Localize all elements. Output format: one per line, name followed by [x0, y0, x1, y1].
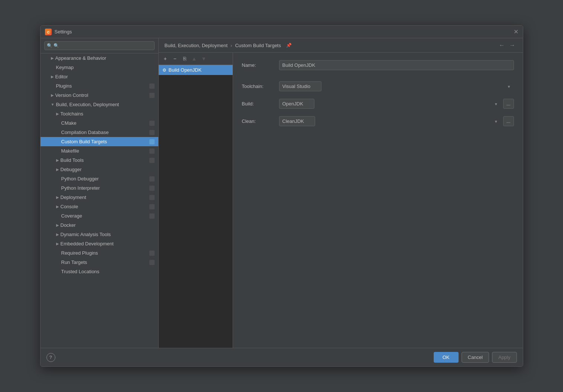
clean-select-wrapper: CleanJDK None ▼ ... — [279, 116, 514, 126]
name-label: Name: — [242, 62, 279, 68]
sidebar-item-required-plugins[interactable]: Required Plugins — [41, 248, 158, 258]
clean-control-wrapper: CleanJDK None ▼ ... — [279, 116, 514, 126]
help-button[interactable]: ? — [46, 353, 55, 362]
settings-badge — [149, 186, 155, 191]
sidebar-item-plugins[interactable]: Plugins — [41, 81, 158, 91]
chevron-down-icon: ▼ — [494, 102, 498, 106]
pin-icon: 📌 — [286, 43, 292, 48]
sidebar-item-label: Keymap — [51, 65, 155, 70]
clean-select[interactable]: CleanJDK None — [279, 116, 315, 126]
cancel-button[interactable]: Cancel — [462, 352, 489, 363]
add-target-button[interactable]: + — [161, 54, 170, 63]
sidebar-item-trusted-locations[interactable]: Trusted Locations — [41, 267, 158, 276]
sidebar-item-toolchains[interactable]: ▶ Toolchains — [41, 109, 158, 118]
build-select[interactable]: OpenJDK None — [279, 99, 314, 109]
sidebar-item-label: Python Interpreter — [56, 185, 148, 191]
sidebar-item-deployment[interactable]: ▶ Deployment — [41, 193, 158, 202]
breadcrumb: Build, Execution, Deployment › Custom Bu… — [165, 43, 292, 48]
chevron-right-icon: ▶ — [56, 167, 59, 172]
bottom-bar: ? OK Cancel Apply — [41, 348, 523, 366]
settings-badge — [149, 204, 155, 209]
sidebar-item-label: CMake — [56, 120, 148, 126]
sidebar-item-build-tools[interactable]: ▶ Build Tools — [41, 156, 158, 165]
settings-badge — [149, 148, 155, 154]
settings-badge — [149, 176, 155, 182]
move-up-button[interactable]: ▲ — [190, 54, 199, 63]
sidebar-item-label: Build Tools — [61, 157, 148, 163]
sidebar-item-embedded-dev[interactable]: ▶ Embedded Development — [41, 239, 158, 248]
sidebar-item-label: Plugins — [51, 83, 148, 89]
copy-target-button[interactable]: ⎘ — [180, 54, 189, 63]
sidebar-item-makefile[interactable]: Makefile — [41, 146, 158, 156]
target-icon: ⚙ — [162, 68, 166, 73]
settings-badge — [149, 121, 155, 126]
right-panel: Build, Execution, Deployment › Custom Bu… — [159, 38, 523, 348]
sidebar-item-label: Run Targets — [56, 259, 148, 265]
close-button[interactable]: ✕ — [514, 29, 518, 35]
sidebar-item-label: Dynamic Analysis Tools — [61, 232, 155, 237]
search-input[interactable] — [44, 41, 155, 50]
remove-target-button[interactable]: − — [171, 54, 179, 63]
sidebar-item-keymap[interactable]: Keymap — [41, 63, 158, 72]
sidebar-item-compilation-db[interactable]: Compilation Database — [41, 128, 158, 137]
chevron-right-icon: ▶ — [56, 112, 59, 116]
sidebar-item-python-interpreter[interactable]: Python Interpreter — [41, 183, 158, 193]
targets-list: ⚙ Build OpenJDK — [159, 65, 233, 348]
sidebar-item-version-control[interactable]: ▶ Version Control — [41, 91, 158, 100]
clean-ellipsis-button[interactable]: ... — [503, 116, 514, 126]
sidebar-item-label: Embedded Development — [61, 241, 155, 246]
chevron-right-icon: ▶ — [56, 195, 59, 199]
sidebar-item-label: Required Plugins — [56, 250, 148, 256]
chevron-right-icon: ▶ — [56, 158, 59, 162]
chevron-down-icon: ▼ — [51, 102, 55, 107]
build-ellipsis-button[interactable]: ... — [503, 99, 514, 109]
sidebar-item-console[interactable]: ▶ Console — [41, 202, 158, 211]
sidebar-item-dynamic-analysis[interactable]: ▶ Dynamic Analysis Tools — [41, 230, 158, 239]
sidebar: 🔍 ▶ Appearance & Behavior Keymap ▶ Edito — [41, 38, 159, 348]
sidebar-item-label: Toolchains — [61, 111, 155, 117]
sidebar-item-label: Version Control — [55, 92, 148, 98]
settings-badge — [149, 158, 155, 163]
sidebar-item-appearance[interactable]: ▶ Appearance & Behavior — [41, 53, 158, 63]
apply-button[interactable]: Apply — [492, 352, 517, 363]
chevron-right-icon: ▶ — [56, 232, 59, 236]
sidebar-item-label: Compilation Database — [56, 130, 148, 135]
sidebar-item-debugger[interactable]: ▶ Debugger — [41, 165, 158, 174]
target-item[interactable]: ⚙ Build OpenJDK — [159, 65, 233, 75]
settings-badge — [149, 260, 155, 265]
sidebar-item-label: Appearance & Behavior — [55, 55, 155, 61]
nav-forward-button[interactable]: → — [508, 42, 517, 49]
breadcrumb-separator: › — [230, 43, 232, 48]
sidebar-item-cmake[interactable]: CMake — [41, 118, 158, 128]
target-label: Build OpenJDK — [169, 67, 202, 73]
chevron-right-icon: ▶ — [51, 75, 54, 79]
svg-text:C: C — [47, 30, 49, 34]
sidebar-item-label: Deployment — [61, 195, 148, 200]
sidebar-item-build-execution[interactable]: ▼ Build, Execution, Deployment — [41, 100, 158, 109]
sidebar-item-custom-build-targets[interactable]: Custom Build Targets — [41, 137, 158, 146]
build-control-wrapper: OpenJDK None ▼ ... — [279, 99, 514, 109]
sidebar-item-run-targets[interactable]: Run Targets — [41, 258, 158, 267]
build-select-wrapper: OpenJDK None ▼ ... — [279, 99, 514, 109]
name-control-wrapper — [279, 60, 514, 70]
sidebar-item-coverage[interactable]: Coverage — [41, 211, 158, 220]
window-title: Settings — [55, 29, 72, 35]
ok-button[interactable]: OK — [434, 352, 459, 363]
name-input[interactable] — [279, 60, 514, 70]
move-down-button[interactable]: ▼ — [200, 54, 208, 63]
toolchain-select-container: Visual Studio Default MinGW ▼ — [279, 81, 514, 91]
sidebar-item-editor[interactable]: ▶ Editor — [41, 72, 158, 81]
sidebar-item-docker[interactable]: ▶ Docker — [41, 220, 158, 230]
targets-panel: + − ⎘ ▲ ▼ ⚙ Build OpenJDK — [159, 53, 233, 348]
sidebar-item-label: Build, Execution, Deployment — [56, 102, 154, 107]
sidebar-item-label: Custom Build Targets — [56, 139, 148, 144]
sidebar-item-label: Coverage — [56, 213, 148, 219]
sidebar-item-label: Debugger — [61, 167, 155, 172]
nav-back-button[interactable]: ← — [498, 42, 507, 49]
build-select-container: OpenJDK None ▼ — [279, 99, 501, 109]
sidebar-item-python-debugger[interactable]: Python Debugger — [41, 174, 158, 183]
search-box: 🔍 — [41, 38, 158, 53]
settings-badge — [149, 195, 155, 200]
breadcrumb-parent: Build, Execution, Deployment — [165, 43, 228, 48]
toolchain-select[interactable]: Visual Studio Default MinGW — [279, 81, 321, 91]
